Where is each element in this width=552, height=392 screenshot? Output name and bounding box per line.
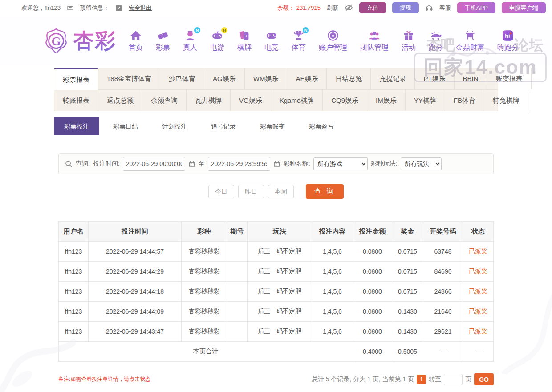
goto-label: 转至 [429,376,441,384]
cell-time: 2022-06-29 14:44:57 [89,242,182,262]
nav-item-paofen[interactable]: 跑分 [429,29,443,53]
subtab-3[interactable]: 追号记录 [201,117,246,135]
tab-row1-0[interactable]: 彩票报表 [54,68,98,90]
lottery-subtabs: 彩票投注彩票日结计划投注追号记录彩票账变彩票盈亏 [54,117,498,135]
tab-row2-7[interactable]: IM娱乐 [367,90,406,111]
time-from-input[interactable] [123,157,185,171]
subtab-5[interactable]: 彩票盈亏 [299,117,344,135]
tab-row1-9[interactable]: BBIN [455,68,487,89]
cell-play: 后三一码不定胆 [248,282,312,302]
nav-item-cards[interactable]: 棋牌 [237,29,252,53]
tab-row1-4[interactable]: WM娱乐 [245,68,288,89]
mobile-app-button[interactable]: 手机APP [457,2,495,13]
refresh-link[interactable]: 刷新 [327,4,338,12]
watermark-right-text: 论坛 [515,36,543,55]
this-week-button[interactable]: 本周 [268,185,294,198]
col-header-2: 彩种 [182,222,227,242]
cell-status[interactable]: 已派奖 [463,302,494,322]
tab-row2-4[interactable]: VG娱乐 [231,90,271,111]
cell-prize: 0.0715 [392,262,423,282]
tab-row2-3[interactable]: 瓦力棋牌 [187,90,231,111]
pagination: 总计 5 个记录, 分为 1 页, 当前第 1 页 1 转至 页 GO [312,373,494,385]
tab-row2-6[interactable]: CQ9娱乐 [323,90,367,111]
go-button[interactable]: GO [474,373,494,385]
cell-status[interactable]: 已派奖 [463,262,494,282]
nav-item-gift[interactable]: 活动 [402,29,416,53]
subtab-2[interactable]: 计划投注 [152,117,197,135]
table-row: ffn1232022-06-29 14:43:47杏彩秒秒彩后三一码不定胆1,4… [59,322,494,342]
nav-item-hi[interactable]: hi 嗨跑分 [497,29,519,53]
cell-numbers: 24866 [423,282,463,302]
logout-link[interactable]: 安全退出 [129,4,152,12]
nav-item-trophy[interactable]: 1N 体育 [292,29,306,53]
cell-numbers: 63748 [423,242,463,262]
tab-row2-2[interactable]: 余额查询 [142,90,187,111]
subtab-4[interactable]: 彩票账变 [250,117,295,135]
cell-content: 1,4,5,6 [312,242,353,262]
table-row: ffn1232022-06-29 14:44:57杏彩秒秒彩后三一码不定胆1,4… [59,242,494,262]
edit-icon[interactable] [115,4,122,12]
service-link[interactable]: 客服 [439,4,451,12]
tab-row2-5[interactable]: Kgame棋牌 [271,90,323,111]
logo-flower-icon: G [42,27,70,55]
page-unit-label: 页 [465,376,471,384]
page-1-button[interactable]: 1 [417,375,426,384]
calendar-icon[interactable] [273,160,280,167]
nav-item-ticket[interactable]: 彩票 [156,29,170,53]
table-total-row: 本页合计 0.4000 0.5005 — — [59,342,494,362]
cell-status[interactable]: 已派奖 [463,322,494,342]
tab-row2-9[interactable]: FB体育 [445,90,484,111]
tab-row2-1[interactable]: 返点总额 [98,90,142,111]
cell-status[interactable]: 已派奖 [463,282,494,302]
corner-decoration [499,285,552,374]
pc-client-button[interactable]: 电脑客户端 [502,2,546,13]
nav-item-esports[interactable]: 电竞 [264,29,279,53]
tab-row1-2[interactable]: 沙巴体育 [160,68,204,89]
egame-icon: H [211,29,223,42]
balance-label: 余额： [277,4,295,12]
recharge-button[interactable]: 充值 [359,2,386,13]
cell-status[interactable]: 已派奖 [463,242,494,262]
nav-label: 真人 [183,43,197,53]
tab-row1-10[interactable]: 账变报表 [487,68,532,89]
total-status: — [463,342,494,362]
nav-item-ding[interactable]: 金鼎财富 [456,29,484,53]
col-header-3: 期号 [227,222,248,242]
play-select[interactable]: 所有玩法 [401,157,442,170]
game-select[interactable]: 所有游戏 [313,157,368,170]
nav-item-team[interactable]: 团队管理 [360,29,389,53]
tab-row1-5[interactable]: AE娱乐 [287,68,327,89]
goto-page-input[interactable] [444,374,463,385]
tab-row2-8[interactable]: YY棋牌 [406,90,445,111]
site-header: G 杏彩 首页 彩票N 真人H 电游 棋牌 电竞1N 体育¥ 账户管理 团队管理… [0,16,552,66]
nav-item-egame[interactable]: H 电游 [210,29,224,53]
search-button[interactable]: 查 询 [306,184,344,199]
cell-numbers: 29621 [423,322,463,342]
subtab-1[interactable]: 彩票日结 [103,117,148,135]
tab-row1-8[interactable]: PT娱乐 [415,68,454,89]
cell-amount: 0.0800 [353,322,392,342]
cell-prize: 0.1430 [392,302,423,322]
tab-row2-10[interactable]: 特兔棋牌 [484,90,528,111]
nav-item-account[interactable]: ¥ 账户管理 [319,29,347,53]
envelope-icon[interactable] [67,4,74,12]
tab-row1-1[interactable]: 188金宝博体育 [98,68,160,89]
nav-label: 嗨跑分 [497,43,519,53]
tab-row1-6[interactable]: 日结总览 [327,68,371,89]
nav-item-home[interactable]: 首页 [129,29,143,53]
withdraw-button[interactable]: 提现 [392,2,419,13]
query-label: 查询: [76,160,90,168]
col-header-6: 投注金额 [353,222,392,242]
yesterday-button[interactable]: 昨日 [238,185,264,198]
nav-item-live[interactable]: N 真人 [183,29,197,53]
tab-row1-3[interactable]: AG娱乐 [204,68,245,89]
eye-slash-icon[interactable] [345,4,353,12]
tab-row2-0[interactable]: 转账报表 [54,90,98,111]
table-row: ffn1232022-06-29 14:44:18杏彩秒秒彩后三一码不定胆1,4… [59,282,494,302]
today-button[interactable]: 今日 [208,185,234,198]
calendar-icon[interactable] [188,160,195,167]
brand-logo[interactable]: G 杏彩 [42,27,116,55]
tab-row1-7[interactable]: 充提记录 [371,68,415,89]
time-to-input[interactable] [208,157,270,171]
subtab-0[interactable]: 彩票投注 [54,117,99,135]
